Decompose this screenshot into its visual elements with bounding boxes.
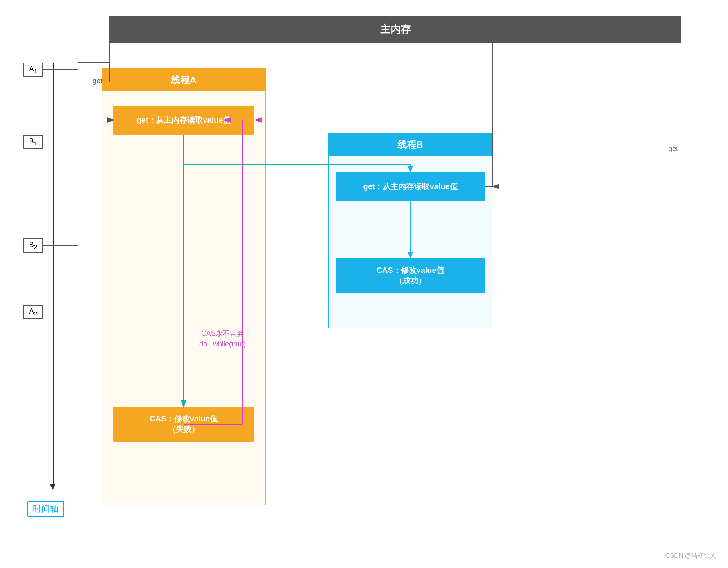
time-axis-line: [53, 63, 54, 486]
cas-loop-label: CAS永不言弃 do...while(true): [199, 328, 246, 349]
main-memory: 主内存: [109, 16, 681, 43]
marker-a1: A1: [23, 63, 78, 77]
time-axis-container: A1 B1 B2 A2 时间轴: [23, 63, 82, 498]
marker-b1-label: B1: [23, 135, 43, 149]
marker-b2-label: B2: [23, 238, 43, 253]
thread-a-op1: get：从主内存读取value值: [113, 106, 254, 135]
get-label-right: get: [668, 145, 678, 153]
thread-b-header: 线程B: [329, 134, 492, 156]
marker-b1: B1: [23, 135, 78, 149]
thread-b-op2: CAS：修改value值 （成功）: [336, 258, 485, 293]
marker-b2: B2: [23, 238, 78, 253]
thread-a-op2: CAS：修改value值 （失败）: [113, 407, 254, 442]
marker-b1-line: [43, 142, 78, 142]
watermark: CSDN @浩袄怡人: [665, 552, 716, 560]
get-label-left: get: [93, 77, 102, 85]
thread-b-container: 线程B: [328, 133, 492, 328]
marker-a2: A2: [23, 305, 78, 319]
thread-b-op1: get：从主内存读取value值: [336, 172, 485, 201]
time-axis-arrow: [50, 484, 56, 490]
marker-a1-label: A1: [23, 63, 43, 77]
marker-b2-line: [43, 245, 78, 246]
marker-a2-line: [43, 312, 78, 312]
marker-a1-line: [43, 69, 78, 70]
marker-a2-label: A2: [23, 305, 43, 319]
thread-a-header: 线程A: [102, 69, 265, 91]
time-axis-label: 时间轴: [27, 501, 64, 517]
main-memory-label: 主内存: [380, 23, 411, 36]
